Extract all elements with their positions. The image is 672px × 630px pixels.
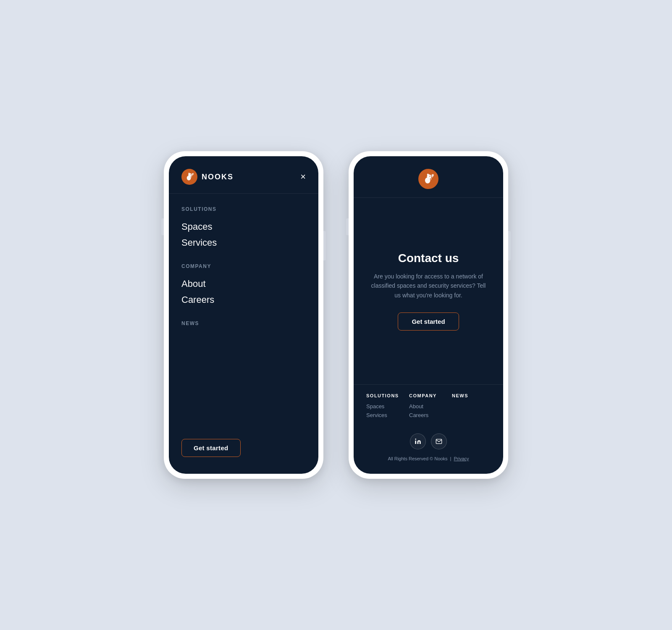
svg-point-4 (190, 174, 191, 175)
nav-item-about[interactable]: About (181, 276, 306, 292)
nav-section-solutions: SOLUTIONS Spaces Services (181, 206, 306, 251)
footer-item-careers[interactable]: Careers (409, 412, 448, 418)
email-icon (436, 438, 442, 445)
phone1-get-started-button[interactable]: Get started (181, 439, 241, 457)
nav-item-spaces[interactable]: Spaces (181, 219, 306, 235)
footer-item-spaces[interactable]: Spaces (366, 403, 405, 410)
contact-header (354, 156, 503, 198)
linkedin-button[interactable] (410, 433, 426, 449)
footer-company-label: COMPANY (409, 393, 448, 398)
solutions-section-label: SOLUTIONS (181, 206, 306, 212)
logo-group: NOOKS (181, 169, 234, 185)
nav-menu-content: NOOKS × SOLUTIONS Spaces Services COMPAN… (169, 156, 318, 474)
phone-nav-menu: NOOKS × SOLUTIONS Spaces Services COMPAN… (164, 151, 323, 479)
squirrel-icon-2 (421, 171, 436, 186)
contact-footer: SOLUTIONS Spaces Services COMPANY About … (354, 384, 503, 474)
phone-contact-screen: Contact us Are you looking for access to… (354, 156, 503, 474)
phone2-get-started-button[interactable]: Get started (398, 312, 459, 331)
footer-item-services[interactable]: Services (366, 412, 405, 418)
footer-news-label: NEWS (452, 393, 491, 398)
nav-section-news: NEWS (181, 320, 306, 326)
linkedin-icon (415, 438, 421, 445)
phone1-cta-area: Get started (169, 439, 318, 474)
contact-hero: Contact us Are you looking for access to… (354, 198, 503, 384)
phones-container: NOOKS × SOLUTIONS Spaces Services COMPAN… (164, 151, 508, 479)
contact-content: Contact us Are you looking for access to… (354, 156, 503, 474)
contact-description: Are you looking for access to a network … (370, 272, 486, 300)
footer-navigation: SOLUTIONS Spaces Services COMPANY About … (366, 393, 491, 421)
logo-icon (181, 169, 197, 185)
email-button[interactable] (431, 433, 447, 449)
nav-header: NOOKS × (169, 156, 318, 194)
phone-contact: Contact us Are you looking for access to… (349, 151, 508, 479)
svg-point-11 (415, 438, 416, 440)
footer-col-news: NEWS (452, 393, 491, 421)
svg-rect-10 (415, 441, 416, 444)
brand-name: NOOKS (202, 173, 234, 181)
nav-item-careers[interactable]: Careers (181, 292, 306, 308)
footer-solutions-label: SOLUTIONS (366, 393, 405, 398)
news-section-label: NEWS (181, 320, 306, 326)
nav-item-services[interactable]: Services (181, 235, 306, 251)
company-section-label: COMPANY (181, 263, 306, 269)
social-links (366, 433, 491, 449)
footer-col-solutions: SOLUTIONS Spaces Services (366, 393, 405, 421)
svg-point-9 (430, 176, 430, 177)
nav-section-company: COMPANY About Careers (181, 263, 306, 308)
privacy-link[interactable]: Privacy (454, 456, 469, 461)
close-button[interactable]: × (300, 172, 306, 181)
contact-title: Contact us (398, 252, 459, 265)
footer-copyright: All Rights Reserved © Nooks | Privacy (366, 456, 491, 461)
logo-icon-2 (418, 169, 438, 189)
squirrel-icon (184, 171, 195, 183)
phone-nav-screen: NOOKS × SOLUTIONS Spaces Services COMPAN… (169, 156, 318, 474)
footer-item-about[interactable]: About (409, 403, 448, 410)
nav-menu-body: SOLUTIONS Spaces Services COMPANY About … (169, 194, 318, 439)
footer-col-company: COMPANY About Careers (409, 393, 448, 421)
